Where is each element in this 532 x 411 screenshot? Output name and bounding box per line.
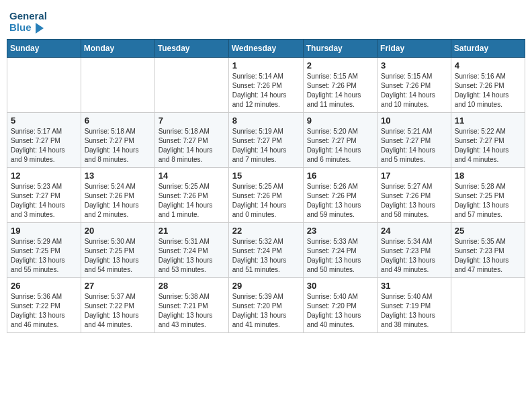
day-cell: 19Sunrise: 5:29 AM Sunset: 7:25 PM Dayli… [7,222,81,277]
day-number: 19 [11,226,77,236]
day-number: 24 [381,226,447,236]
day-info: Sunrise: 5:18 AM Sunset: 7:27 PM Dayligh… [85,127,151,165]
day-number: 30 [307,281,373,291]
day-cell: 5Sunrise: 5:17 AM Sunset: 7:27 PM Daylig… [7,112,81,167]
day-number: 17 [381,171,447,181]
day-info: Sunrise: 5:37 AM Sunset: 7:22 PM Dayligh… [85,292,151,330]
day-cell [7,57,81,112]
day-number: 13 [85,171,151,181]
day-cell: 28Sunrise: 5:38 AM Sunset: 7:21 PM Dayli… [154,277,228,332]
day-number: 3 [381,60,447,71]
day-cell: 4Sunrise: 5:16 AM Sunset: 7:26 PM Daylig… [451,57,525,112]
day-number: 7 [159,116,225,126]
day-cell: 16Sunrise: 5:26 AM Sunset: 7:26 PM Dayli… [303,167,377,222]
day-cell: 20Sunrise: 5:30 AM Sunset: 7:25 PM Dayli… [81,222,154,277]
week-row-1: 1Sunrise: 5:14 AM Sunset: 7:26 PM Daylig… [7,57,525,112]
day-info: Sunrise: 5:21 AM Sunset: 7:27 PM Dayligh… [381,127,447,165]
day-info: Sunrise: 5:14 AM Sunset: 7:26 PM Dayligh… [232,72,300,109]
day-cell: 25Sunrise: 5:35 AM Sunset: 7:23 PM Dayli… [451,222,525,277]
week-row-3: 12Sunrise: 5:23 AM Sunset: 7:27 PM Dayli… [7,167,525,222]
weekday-header-sunday: Sunday [7,39,81,57]
day-number: 9 [307,116,373,126]
day-number: 15 [232,171,300,181]
day-cell: 30Sunrise: 5:40 AM Sunset: 7:20 PM Dayli… [303,277,377,332]
day-info: Sunrise: 5:20 AM Sunset: 7:27 PM Dayligh… [307,127,373,165]
weekday-header-monday: Monday [81,39,154,57]
day-number: 29 [232,281,300,291]
weekday-header-row: SundayMondayTuesdayWednesdayThursdayFrid… [7,39,525,57]
day-cell: 9Sunrise: 5:20 AM Sunset: 7:27 PM Daylig… [303,112,377,167]
day-number: 1 [232,60,300,71]
logo-arrow-icon [36,23,44,34]
day-cell: 15Sunrise: 5:25 AM Sunset: 7:26 PM Dayli… [228,167,303,222]
day-cell: 22Sunrise: 5:32 AM Sunset: 7:24 PM Dayli… [228,222,303,277]
week-row-4: 19Sunrise: 5:29 AM Sunset: 7:25 PM Dayli… [7,222,525,277]
day-info: Sunrise: 5:40 AM Sunset: 7:19 PM Dayligh… [381,292,447,330]
day-number: 2 [307,60,373,71]
day-number: 10 [381,116,447,126]
day-number: 25 [455,226,521,236]
day-info: Sunrise: 5:40 AM Sunset: 7:20 PM Dayligh… [307,292,373,330]
day-number: 23 [307,226,373,236]
day-info: Sunrise: 5:18 AM Sunset: 7:27 PM Dayligh… [159,127,225,165]
logo-text-general: General [9,11,47,22]
day-cell [154,57,228,112]
day-cell: 21Sunrise: 5:31 AM Sunset: 7:24 PM Dayli… [154,222,228,277]
page-header: General Blue [7,7,525,34]
day-cell: 6Sunrise: 5:18 AM Sunset: 7:27 PM Daylig… [81,112,154,167]
day-number: 16 [307,171,373,181]
logo-text-blue: Blue [9,22,44,34]
day-info: Sunrise: 5:17 AM Sunset: 7:27 PM Dayligh… [11,127,77,165]
week-row-2: 5Sunrise: 5:17 AM Sunset: 7:27 PM Daylig… [7,112,525,167]
day-cell: 29Sunrise: 5:39 AM Sunset: 7:20 PM Dayli… [228,277,303,332]
day-info: Sunrise: 5:25 AM Sunset: 7:26 PM Dayligh… [232,182,300,220]
weekday-header-saturday: Saturday [451,39,525,57]
day-info: Sunrise: 5:38 AM Sunset: 7:21 PM Dayligh… [159,292,225,330]
day-number: 31 [381,281,447,291]
day-info: Sunrise: 5:19 AM Sunset: 7:27 PM Dayligh… [232,127,300,165]
day-cell: 2Sunrise: 5:15 AM Sunset: 7:26 PM Daylig… [303,57,377,112]
day-info: Sunrise: 5:35 AM Sunset: 7:23 PM Dayligh… [455,237,521,275]
day-cell: 26Sunrise: 5:36 AM Sunset: 7:22 PM Dayli… [7,277,81,332]
day-cell: 12Sunrise: 5:23 AM Sunset: 7:27 PM Dayli… [7,167,81,222]
day-number: 5 [11,116,77,126]
day-info: Sunrise: 5:26 AM Sunset: 7:26 PM Dayligh… [307,182,373,220]
weekday-header-thursday: Thursday [303,39,377,57]
day-number: 4 [455,60,521,71]
weekday-header-wednesday: Wednesday [228,39,303,57]
day-cell [81,57,154,112]
day-cell: 18Sunrise: 5:28 AM Sunset: 7:25 PM Dayli… [451,167,525,222]
weekday-header-tuesday: Tuesday [154,39,228,57]
day-info: Sunrise: 5:36 AM Sunset: 7:22 PM Dayligh… [11,292,77,330]
day-number: 6 [85,116,151,126]
day-info: Sunrise: 5:30 AM Sunset: 7:25 PM Dayligh… [85,237,151,275]
day-info: Sunrise: 5:23 AM Sunset: 7:27 PM Dayligh… [11,182,77,220]
day-cell: 3Sunrise: 5:15 AM Sunset: 7:26 PM Daylig… [378,57,451,112]
day-cell: 31Sunrise: 5:40 AM Sunset: 7:19 PM Dayli… [378,277,451,332]
day-number: 21 [159,226,225,236]
day-info: Sunrise: 5:15 AM Sunset: 7:26 PM Dayligh… [381,72,447,109]
day-info: Sunrise: 5:25 AM Sunset: 7:26 PM Dayligh… [159,182,225,220]
day-cell: 24Sunrise: 5:34 AM Sunset: 7:23 PM Dayli… [378,222,451,277]
day-info: Sunrise: 5:31 AM Sunset: 7:24 PM Dayligh… [159,237,225,275]
week-row-5: 26Sunrise: 5:36 AM Sunset: 7:22 PM Dayli… [7,277,525,332]
day-info: Sunrise: 5:24 AM Sunset: 7:26 PM Dayligh… [85,182,151,220]
day-info: Sunrise: 5:15 AM Sunset: 7:26 PM Dayligh… [307,72,373,109]
day-info: Sunrise: 5:29 AM Sunset: 7:25 PM Dayligh… [11,237,77,275]
day-number: 20 [85,226,151,236]
day-cell: 11Sunrise: 5:22 AM Sunset: 7:27 PM Dayli… [451,112,525,167]
day-info: Sunrise: 5:32 AM Sunset: 7:24 PM Dayligh… [232,237,300,275]
day-cell: 17Sunrise: 5:27 AM Sunset: 7:26 PM Dayli… [378,167,451,222]
day-info: Sunrise: 5:28 AM Sunset: 7:25 PM Dayligh… [455,182,521,220]
day-cell: 10Sunrise: 5:21 AM Sunset: 7:27 PM Dayli… [378,112,451,167]
day-info: Sunrise: 5:22 AM Sunset: 7:27 PM Dayligh… [455,127,521,165]
day-info: Sunrise: 5:34 AM Sunset: 7:23 PM Dayligh… [381,237,447,275]
day-number: 22 [232,226,300,236]
day-cell [451,277,525,332]
day-number: 12 [11,171,77,181]
day-number: 27 [85,281,151,291]
day-info: Sunrise: 5:16 AM Sunset: 7:26 PM Dayligh… [455,72,521,109]
logo: General Blue [9,11,47,34]
calendar-table: SundayMondayTuesdayWednesdayThursdayFrid… [7,39,525,333]
day-cell: 8Sunrise: 5:19 AM Sunset: 7:27 PM Daylig… [228,112,303,167]
